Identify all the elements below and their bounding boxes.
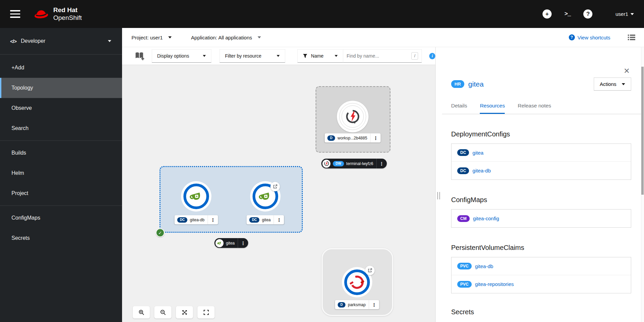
help-icon[interactable]: ? — [583, 9, 592, 19]
filter-mode-dropdown[interactable]: Name — [297, 49, 343, 63]
project-dropdown[interactable]: Project: user1 — [131, 35, 172, 40]
display-options-label: Display options — [157, 53, 189, 59]
workspace-node[interactable] — [337, 101, 369, 132]
sidebar-item-observe[interactable]: Observe — [0, 98, 122, 118]
scrollbar-thumb[interactable] — [641, 67, 644, 195]
kebab-menu-icon[interactable]: ⋮ — [370, 133, 381, 142]
topology-canvas[interactable]: D worksp...2b4885 ⋮ DW — [122, 65, 435, 322]
open-url-decorator[interactable] — [365, 266, 375, 275]
chevron-down-icon — [631, 13, 634, 15]
application-dropdown[interactable]: Application: All applications — [191, 35, 261, 40]
tab-details[interactable]: Details — [451, 103, 467, 114]
info-icon[interactable]: i — [429, 53, 435, 59]
masthead: Red Hat OpenShift + >_ ? user1 — [0, 0, 644, 28]
zoom-in-button[interactable] — [133, 306, 150, 319]
display-options-dropdown[interactable]: Display options — [152, 49, 211, 63]
kebab-menu-icon[interactable]: ⋮ — [238, 238, 248, 248]
perspective-switcher[interactable]: </> Developer — [0, 28, 122, 55]
gitea-node-label[interactable]: DC gitea ⋮ — [246, 215, 284, 224]
sidebar-item-project[interactable]: Project — [0, 183, 122, 203]
gitea-icon — [189, 189, 204, 204]
sidebar-divider — [0, 205, 122, 206]
workspace-node-label[interactable]: D worksp...2b4885 ⋮ — [325, 133, 381, 142]
chevron-down-icon — [334, 55, 338, 57]
open-url-decorator[interactable] — [270, 182, 280, 191]
zoom-out-button[interactable] — [154, 306, 172, 319]
tab-resources[interactable]: Resources — [480, 103, 505, 114]
success-check-decorator[interactable]: ✓ — [156, 228, 165, 237]
node-label-text: gitea-db — [190, 218, 204, 222]
panel-resize-handle[interactable] — [437, 192, 440, 199]
sidebar-item-secrets[interactable]: Secrets — [0, 228, 122, 248]
section-heading-configmaps: ConfigMaps — [451, 196, 631, 204]
gitea-db-node[interactable] — [183, 184, 209, 209]
view-shortcuts-link[interactable]: ? View shortcuts — [569, 34, 610, 40]
sidebar-item-topology[interactable]: Topology — [0, 78, 122, 98]
sidebar-item-builds[interactable]: Builds — [0, 143, 122, 163]
node-label-text: gitea — [262, 218, 271, 222]
sidebar: </> Developer +Add Topology Observe Sear… — [0, 28, 122, 322]
canvas-controls — [133, 306, 215, 319]
resource-link[interactable]: gitea-db — [475, 263, 493, 269]
resource-badge-dc: DC — [457, 149, 469, 156]
filter-by-resource-label: Filter by resource — [225, 53, 261, 59]
resource-link[interactable]: gitea-config — [473, 216, 499, 221]
chevron-down-icon — [277, 55, 280, 57]
sidebar-item-search[interactable]: Search — [0, 118, 122, 138]
user-menu[interactable]: user1 — [615, 11, 634, 17]
gitea-mini-icon — [215, 239, 224, 247]
openshift-icon — [349, 275, 365, 290]
panel-tabs: Details Resources Release notes — [442, 103, 644, 114]
web-terminal-icon[interactable]: >_ — [564, 11, 570, 17]
kebab-menu-icon[interactable]: ⋮ — [207, 215, 218, 224]
resource-badge-dc: DC — [457, 167, 469, 174]
gitea-db-node-label[interactable]: DC gitea-db ⋮ — [175, 215, 218, 224]
sidebar-item-add[interactable]: +Add — [0, 58, 122, 78]
resource-link[interactable]: gitea-repositories — [475, 281, 514, 287]
gitea-icon — [258, 189, 273, 204]
tab-release-notes[interactable]: Release notes — [518, 103, 551, 114]
list-view-toggle-icon[interactable] — [628, 34, 635, 40]
close-icon[interactable]: ✕ — [624, 67, 630, 75]
panel-scrollbar — [641, 47, 644, 322]
resource-link[interactable]: gitea — [472, 150, 484, 156]
parksmap-node-label[interactable]: D parksmap ⋮ — [335, 300, 379, 309]
developer-code-icon: </> — [10, 38, 17, 44]
kebab-menu-icon[interactable]: ⋮ — [369, 300, 379, 309]
kebab-menu-icon[interactable]: ⋮ — [376, 159, 387, 168]
chevron-down-icon — [622, 83, 625, 85]
filter-mode-label: Name — [311, 53, 323, 59]
topology-toolbar: Display options Filter by resource Name — [122, 47, 435, 65]
filter-funnel-icon — [303, 54, 308, 58]
gitea-application-label[interactable]: gitea ⋮ — [214, 238, 248, 248]
reset-view-button[interactable] — [197, 306, 215, 319]
fit-to-screen-button[interactable] — [176, 306, 193, 319]
devworkspace-group-label[interactable]: DW terminal-lwyfz6 ⋮ — [321, 159, 387, 168]
section-heading-deploymentconfigs: DeploymentConfigs — [451, 130, 631, 138]
export-application-book-icon[interactable] — [135, 52, 144, 60]
resource-badge-d: D — [338, 302, 346, 308]
find-by-name-input[interactable] — [347, 53, 411, 59]
chevron-down-icon — [108, 40, 111, 42]
sidebar-item-helm[interactable]: Helm — [0, 163, 122, 183]
brand-text-top: Red Hat — [53, 6, 82, 14]
list-item: PVC gitea-repositories — [451, 275, 631, 293]
panel-title-link[interactable]: gitea — [468, 80, 484, 88]
filter-by-resource-dropdown[interactable]: Filter by resource — [219, 49, 285, 63]
find-by-name-field: / — [343, 49, 422, 63]
resource-badge-hr: HR — [451, 80, 464, 88]
quick-create-plus-icon[interactable]: + — [543, 9, 552, 19]
nav-toggle-hamburger-icon[interactable] — [10, 8, 20, 20]
devworkspace-icon — [345, 108, 361, 125]
section-heading-persistentvolumeclaims: PersistentVolumeClaims — [451, 244, 631, 252]
topology-side-panel: ✕ HR gitea Actions Details Resources Rel… — [442, 47, 644, 322]
actions-dropdown-button[interactable]: Actions — [594, 77, 631, 91]
resource-badge-dc: DC — [177, 217, 187, 223]
chevron-down-icon — [258, 36, 261, 38]
list-item: DC gitea — [451, 144, 631, 162]
kebab-menu-icon[interactable]: ⋮ — [274, 215, 284, 224]
resource-badge-dc: DC — [249, 217, 259, 223]
view-shortcuts-label: View shortcuts — [578, 35, 610, 40]
resource-link[interactable]: gitea-db — [472, 168, 491, 173]
sidebar-item-configmaps[interactable]: ConfigMaps — [0, 208, 122, 228]
